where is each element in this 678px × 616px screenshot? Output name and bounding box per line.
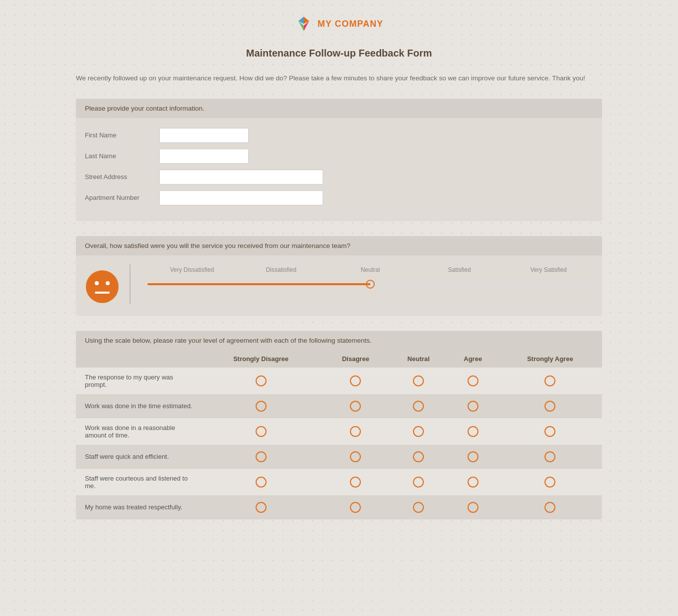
- radio-circle-icon[interactable]: [468, 426, 478, 437]
- radio-cell[interactable]: [390, 418, 448, 445]
- radio-circle-icon[interactable]: [256, 426, 267, 437]
- radio-cell[interactable]: [390, 495, 448, 519]
- radio-cell[interactable]: [448, 445, 498, 468]
- radio-circle-icon[interactable]: [256, 375, 267, 386]
- radio-cell[interactable]: [390, 394, 448, 418]
- radio-cell[interactable]: [448, 495, 498, 519]
- radio-circle-icon[interactable]: [413, 375, 424, 386]
- last-name-row: Last Name: [85, 149, 593, 164]
- satisfaction-slider[interactable]: [147, 283, 593, 285]
- rating-area: Very Dissatisfied Dissatisfied Neutral S…: [147, 264, 593, 287]
- radio-cell[interactable]: [448, 394, 498, 418]
- satisfaction-section: Overall, how satisfied were you will the…: [76, 236, 602, 316]
- radio-cell[interactable]: [390, 445, 448, 468]
- radio-circle-icon[interactable]: [544, 502, 555, 513]
- radio-cell[interactable]: [390, 468, 448, 495]
- radio-cell[interactable]: [322, 495, 390, 519]
- radio-cell[interactable]: [322, 445, 390, 468]
- radio-circle-icon[interactable]: [468, 375, 478, 386]
- agreement-section-header: Using the scale below, please rate your …: [76, 331, 602, 350]
- radio-circle-icon[interactable]: [544, 426, 555, 437]
- radio-cell[interactable]: [200, 445, 322, 468]
- last-name-label: Last Name: [85, 152, 159, 160]
- col-header-strongly-disagree: Strongly Disagree: [200, 350, 322, 368]
- radio-circle-icon[interactable]: [256, 401, 267, 412]
- svg-point-6: [106, 281, 110, 285]
- radio-cell[interactable]: [498, 495, 602, 519]
- last-name-input[interactable]: [159, 149, 249, 164]
- radio-circle-icon[interactable]: [350, 502, 361, 513]
- apartment-number-row: Apartment Number: [85, 190, 593, 205]
- table-row: The response to my query was prompt.: [76, 368, 602, 395]
- radio-cell[interactable]: [322, 394, 390, 418]
- radio-circle-icon[interactable]: [413, 426, 424, 437]
- agreement-table-header: Strongly Disagree Disagree Neutral Agree…: [76, 350, 602, 368]
- radio-cell[interactable]: [498, 445, 602, 468]
- radio-cell[interactable]: [498, 418, 602, 445]
- radio-cell[interactable]: [448, 468, 498, 495]
- row-statement: The response to my query was prompt.: [76, 368, 200, 395]
- label-neutral: Neutral: [326, 266, 415, 273]
- radio-cell[interactable]: [322, 468, 390, 495]
- table-row: Work was done in a reasonable amount of …: [76, 418, 602, 445]
- row-statement: Work was done in a reasonable amount of …: [76, 418, 200, 445]
- intro-text: We recently followed up on your maintena…: [76, 73, 602, 84]
- radio-circle-icon[interactable]: [413, 401, 424, 412]
- radio-circle-icon[interactable]: [350, 426, 361, 437]
- agreement-table-body: The response to my query was prompt.Work…: [76, 368, 602, 519]
- street-address-input[interactable]: [159, 170, 323, 185]
- radio-circle-icon[interactable]: [544, 401, 555, 412]
- col-header-agree: Agree: [448, 350, 498, 368]
- radio-cell[interactable]: [322, 368, 390, 395]
- contact-section-content: First Name Last Name Street Address Apar…: [76, 118, 602, 221]
- table-row: Staff were quick and efficient.: [76, 445, 602, 468]
- radio-circle-icon[interactable]: [413, 502, 424, 513]
- radio-circle-icon[interactable]: [544, 451, 555, 462]
- radio-cell[interactable]: [200, 368, 322, 395]
- radio-circle-icon[interactable]: [413, 451, 424, 462]
- radio-circle-icon[interactable]: [468, 451, 478, 462]
- divider: [130, 264, 131, 304]
- svg-marker-1: [298, 17, 304, 24]
- radio-cell[interactable]: [498, 468, 602, 495]
- radio-cell[interactable]: [322, 418, 390, 445]
- table-row: Work was done in the time estimated.: [76, 394, 602, 418]
- radio-circle-icon[interactable]: [468, 502, 478, 513]
- svg-rect-7: [95, 292, 110, 294]
- radio-cell[interactable]: [498, 368, 602, 395]
- label-dissatisfied: Dissatisfied: [237, 266, 326, 273]
- label-very-dissatisfied: Very Dissatisfied: [147, 266, 237, 273]
- label-very-satisfied: Very Satisfied: [504, 266, 593, 273]
- radio-cell[interactable]: [200, 418, 322, 445]
- radio-circle-icon[interactable]: [468, 401, 478, 412]
- apartment-number-label: Apartment Number: [85, 194, 159, 201]
- radio-circle-icon[interactable]: [544, 375, 555, 386]
- radio-cell[interactable]: [498, 394, 602, 418]
- radio-circle-icon[interactable]: [350, 375, 361, 386]
- radio-circle-icon[interactable]: [256, 451, 267, 462]
- street-address-label: Street Address: [85, 173, 159, 181]
- svg-point-5: [95, 281, 99, 285]
- radio-circle-icon[interactable]: [256, 502, 267, 513]
- apartment-number-input[interactable]: [159, 190, 323, 205]
- radio-cell[interactable]: [448, 368, 498, 395]
- radio-circle-icon[interactable]: [413, 477, 424, 488]
- first-name-input[interactable]: [159, 128, 249, 143]
- radio-cell[interactable]: [200, 495, 322, 519]
- header: MY COMPANY: [76, 15, 602, 33]
- first-name-row: First Name: [85, 128, 593, 143]
- street-address-row: Street Address: [85, 170, 593, 185]
- col-header-neutral: Neutral: [390, 350, 448, 368]
- radio-cell[interactable]: [390, 368, 448, 395]
- radio-circle-icon[interactable]: [350, 451, 361, 462]
- radio-circle-icon[interactable]: [350, 401, 361, 412]
- radio-cell[interactable]: [200, 394, 322, 418]
- radio-circle-icon[interactable]: [468, 477, 478, 488]
- radio-circle-icon[interactable]: [350, 477, 361, 488]
- agreement-section: Using the scale below, please rate your …: [76, 331, 602, 519]
- radio-circle-icon[interactable]: [544, 477, 555, 488]
- row-statement: My home was treated respectfully.: [76, 495, 200, 519]
- radio-cell[interactable]: [448, 418, 498, 445]
- radio-circle-icon[interactable]: [256, 477, 267, 488]
- radio-cell[interactable]: [200, 468, 322, 495]
